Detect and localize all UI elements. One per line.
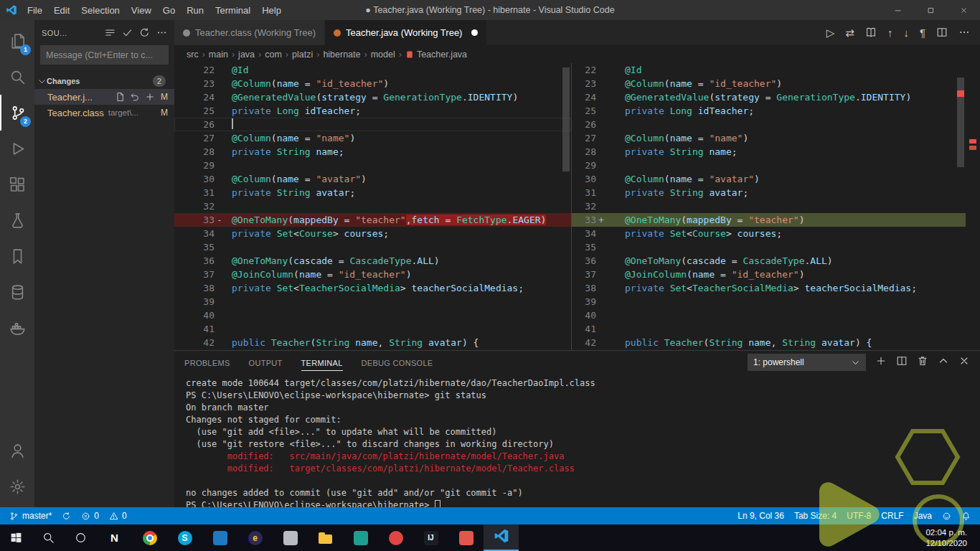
app-teal-tile[interactable] bbox=[343, 524, 378, 551]
menu-go[interactable]: Go bbox=[157, 5, 181, 16]
scm-file-teacher-class[interactable]: Teacher.classtarget\...M bbox=[34, 105, 174, 121]
activity-explorer[interactable]: 1 bbox=[0, 23, 34, 59]
breadcrumb-item-platzi[interactable]: platzi bbox=[292, 50, 313, 60]
language-mode[interactable]: Java bbox=[909, 507, 937, 524]
app-blue-tile[interactable] bbox=[202, 524, 237, 551]
app-chrome[interactable] bbox=[132, 524, 167, 551]
more-actions-icon[interactable] bbox=[156, 27, 167, 38]
diff-modified-pane[interactable]: 22@Id23@Column(name = "id_teacher")24@Ge… bbox=[572, 63, 966, 350]
activity-search[interactable] bbox=[0, 59, 34, 95]
changes-label: Changes bbox=[47, 77, 80, 85]
new-terminal-icon[interactable] bbox=[875, 355, 887, 369]
tab-teacher-java-working-tree[interactable]: Teacher.java (Working Tree) bbox=[325, 20, 487, 45]
app-skype[interactable]: S bbox=[167, 524, 202, 551]
panel-tab-output[interactable]: OUTPUT bbox=[249, 354, 283, 371]
open-file-icon[interactable] bbox=[115, 92, 125, 102]
window-minimize-button[interactable] bbox=[881, 0, 914, 20]
panel-tab-problems[interactable]: PROBLEMS bbox=[184, 354, 230, 371]
breadcrumb-item-main[interactable]: main bbox=[209, 50, 228, 60]
toggle-whitespace-button[interactable]: ¶ bbox=[920, 27, 925, 38]
tab-teacher-class-working-tree[interactable]: Teacher.class (Working Tree) bbox=[174, 20, 325, 45]
app-vscode[interactable] bbox=[484, 524, 519, 551]
activity-settings[interactable] bbox=[0, 468, 34, 504]
left-scrollbar-thumb[interactable] bbox=[562, 67, 570, 171]
diff-marker bbox=[215, 172, 232, 186]
activity-extensions[interactable] bbox=[0, 166, 34, 202]
status-label: Java bbox=[914, 511, 932, 521]
breadcrumb-file-name: Teacher.java bbox=[417, 50, 467, 60]
menu-view[interactable]: View bbox=[126, 5, 157, 16]
warnings-status[interactable]: 0 bbox=[104, 507, 132, 524]
breadcrumb-item-model[interactable]: model bbox=[371, 50, 395, 60]
activity-account[interactable] bbox=[0, 433, 34, 468]
app-notepad[interactable]: N bbox=[97, 524, 132, 551]
kill-terminal-icon[interactable] bbox=[917, 355, 928, 369]
activity-source-control[interactable]: 2 bbox=[0, 95, 34, 131]
app-red-circle[interactable] bbox=[378, 524, 413, 551]
window-close-button[interactable] bbox=[947, 0, 980, 20]
menu-run[interactable]: Run bbox=[181, 5, 209, 16]
app-gray-tile[interactable] bbox=[273, 524, 308, 551]
menu-file[interactable]: File bbox=[22, 5, 48, 16]
diff-original-pane[interactable]: 22@Id23@Column(name = "id_teacher")24@Ge… bbox=[174, 63, 572, 350]
cursor-position[interactable]: Ln 9, Col 36 bbox=[732, 507, 789, 524]
stage-icon[interactable] bbox=[145, 92, 155, 102]
breadcrumb-item-com[interactable]: com bbox=[265, 50, 282, 60]
menu-selection[interactable]: Selection bbox=[75, 5, 125, 16]
feedback[interactable] bbox=[937, 507, 956, 524]
taskbar-search-button[interactable] bbox=[32, 524, 65, 551]
activity-test[interactable] bbox=[0, 202, 34, 238]
cortana-button[interactable] bbox=[65, 524, 97, 551]
open-changes-button[interactable]: ⇄ bbox=[845, 27, 854, 38]
activity-bookmark[interactable] bbox=[0, 238, 34, 274]
breadcrumb-item-java[interactable]: java bbox=[238, 50, 255, 60]
app-file-explorer[interactable] bbox=[308, 524, 343, 551]
code-line: 29 bbox=[572, 159, 966, 172]
refresh-icon[interactable] bbox=[139, 27, 150, 38]
breadcrumb-item-src[interactable]: src bbox=[187, 50, 199, 60]
commit-icon[interactable] bbox=[122, 27, 133, 38]
taskbar-clock[interactable]: 02:04 p. m. 12/10/2020 bbox=[925, 527, 980, 549]
menu-edit[interactable]: Edit bbox=[48, 5, 75, 16]
window-maximize-button[interactable] bbox=[914, 0, 947, 20]
breadcrumb-item-teacher-java[interactable]: Teacher.java bbox=[405, 50, 467, 60]
maximize-panel-icon[interactable] bbox=[938, 355, 949, 369]
app-orange-tile[interactable] bbox=[448, 524, 484, 551]
sync-status[interactable] bbox=[57, 507, 76, 524]
view-and-sort-icon[interactable] bbox=[105, 27, 116, 38]
eol-sequence[interactable]: CRLF bbox=[876, 507, 908, 524]
terminal-output[interactable]: create mode 100644 target/classes/com/pl… bbox=[174, 374, 980, 507]
split-terminal-icon[interactable] bbox=[896, 355, 908, 369]
activity-docker[interactable] bbox=[0, 310, 34, 346]
split-editor-button[interactable] bbox=[936, 27, 948, 39]
activity-run-debug[interactable] bbox=[0, 131, 34, 166]
previous-change-button[interactable]: ↑ bbox=[887, 27, 893, 38]
dirty-indicator bbox=[471, 29, 478, 36]
panel-tab-debug-console[interactable]: DEBUG CONSOLE bbox=[362, 354, 433, 371]
menu-terminal[interactable]: Terminal bbox=[209, 5, 256, 16]
menu-help[interactable]: Help bbox=[256, 5, 287, 16]
encoding[interactable]: UTF-8 bbox=[842, 507, 876, 524]
changes-section-header[interactable]: Changes 2 bbox=[34, 73, 174, 89]
warning-icon bbox=[109, 512, 118, 521]
run-button[interactable]: ▷ bbox=[826, 27, 835, 38]
code-line: 35 bbox=[572, 240, 966, 254]
go-to-file-button[interactable] bbox=[865, 27, 877, 39]
branch-status[interactable]: master* bbox=[4, 507, 57, 524]
app-eclipse[interactable]: e bbox=[237, 524, 273, 551]
commit-message-input[interactable] bbox=[40, 45, 169, 65]
errors-status[interactable]: 0 bbox=[76, 507, 104, 524]
activity-database[interactable] bbox=[0, 274, 34, 310]
terminal-picker[interactable]: 1: powershell bbox=[748, 354, 866, 371]
panel-tab-terminal[interactable]: TERMINAL bbox=[301, 354, 343, 371]
more-actions-button[interactable] bbox=[958, 27, 970, 39]
indentation[interactable]: Tab Size: 4 bbox=[789, 507, 842, 524]
breadcrumb-item-hibernate[interactable]: hibernate bbox=[323, 50, 360, 60]
close-icon[interactable] bbox=[958, 355, 970, 369]
app-intellij[interactable]: IJ bbox=[413, 524, 448, 551]
discard-icon[interactable] bbox=[130, 92, 140, 102]
next-change-button[interactable]: ↓ bbox=[903, 27, 909, 38]
scm-file-teacher-j[interactable]: Teacher.j...M bbox=[34, 89, 174, 105]
notifications[interactable] bbox=[956, 507, 976, 524]
start-button[interactable] bbox=[0, 524, 32, 551]
